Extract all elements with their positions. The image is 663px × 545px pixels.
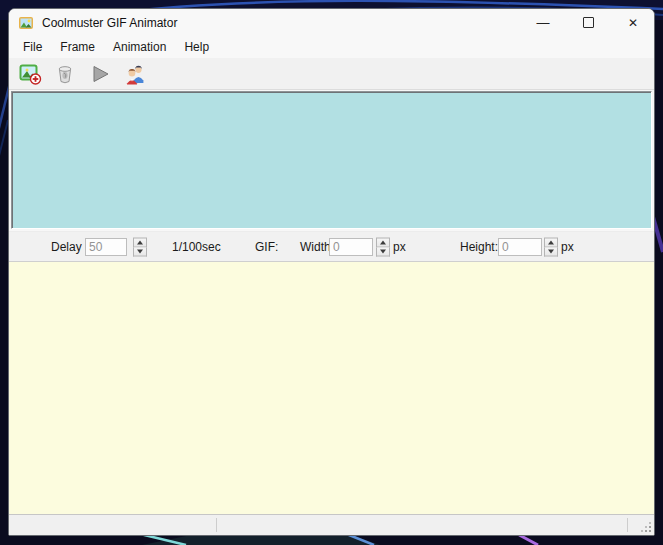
close-icon: ✕ [628, 16, 638, 30]
menu-frame[interactable]: Frame [51, 37, 104, 57]
window-controls: — ✕ [513, 9, 648, 36]
width-input[interactable] [329, 238, 373, 256]
toolbar [9, 58, 654, 90]
preview-area [9, 262, 654, 514]
height-spinner-down-button[interactable] [544, 247, 558, 256]
arrow-up-icon [380, 240, 386, 244]
title-bar: Coolmuster GIF Animator — ✕ [9, 9, 654, 36]
arrow-up-icon [548, 240, 554, 244]
menu-file[interactable]: File [14, 37, 51, 57]
app-icon [18, 15, 34, 31]
width-spinner-down-button[interactable] [376, 247, 390, 256]
menu-bar: File Frame Animation Help [9, 36, 654, 58]
minimize-button[interactable]: — [528, 9, 558, 36]
users-icon [123, 62, 147, 86]
play-icon [88, 62, 112, 86]
width-spinner-up-button[interactable] [376, 237, 390, 247]
arrow-up-icon [137, 240, 143, 244]
height-spinner [544, 237, 558, 256]
height-label: Height: [460, 240, 498, 254]
play-button[interactable] [87, 61, 113, 87]
about-button[interactable] [122, 61, 148, 87]
arrow-down-icon [380, 249, 386, 253]
add-frame-icon [18, 62, 42, 86]
close-button[interactable]: ✕ [618, 9, 648, 36]
status-bar [9, 514, 654, 535]
menu-help[interactable]: Help [175, 37, 218, 57]
add-frame-button[interactable] [17, 61, 43, 87]
delete-frame-icon [53, 62, 77, 86]
delay-spinner [133, 237, 147, 256]
maximize-button[interactable] [573, 9, 603, 36]
height-unit-label: px [561, 240, 574, 254]
delay-unit-label: 1/100sec [172, 240, 221, 254]
delay-label: Delay : [51, 240, 88, 254]
resize-grip[interactable] [640, 521, 652, 533]
gif-label: GIF: [255, 240, 278, 254]
statusbar-divider [627, 518, 628, 532]
menu-animation[interactable]: Animation [104, 37, 175, 57]
width-spinner [376, 237, 390, 256]
statusbar-divider [216, 518, 217, 532]
window-title: Coolmuster GIF Animator [42, 16, 513, 30]
minimize-icon: — [537, 16, 550, 29]
control-bar: Delay : 1/100sec GIF: Width: px Height: … [9, 231, 654, 262]
delete-frame-button[interactable] [52, 61, 78, 87]
width-unit-label: px [393, 240, 406, 254]
delay-input[interactable] [85, 238, 127, 256]
maximize-icon [583, 17, 594, 28]
app-window: Coolmuster GIF Animator — ✕ File Frame A… [8, 8, 655, 536]
height-input[interactable] [498, 238, 542, 256]
delay-spinner-up-button[interactable] [133, 237, 147, 247]
arrow-down-icon [548, 249, 554, 253]
height-spinner-up-button[interactable] [544, 237, 558, 247]
arrow-down-icon [137, 249, 143, 253]
delay-spinner-down-button[interactable] [133, 247, 147, 256]
frames-panel[interactable] [11, 91, 652, 229]
